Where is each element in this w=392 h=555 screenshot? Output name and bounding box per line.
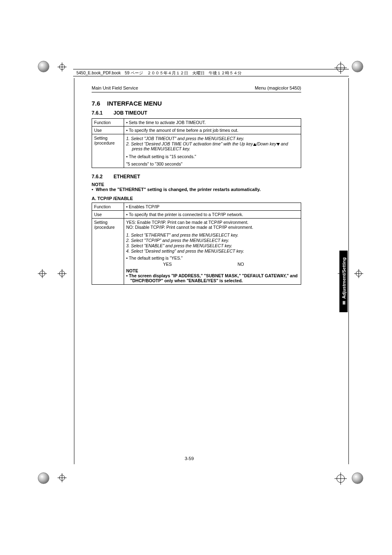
yes-description: YES: Enable TCP/IP. Print can be made at… [126, 220, 299, 225]
running-header: Main Unit Field Service Menu (magicolor … [92, 85, 301, 92]
subsection-1: 7.6.1 JOB TIMEOUT [92, 110, 304, 116]
section-heading: 7.6 INTERFACE MENU [92, 100, 304, 107]
option-no: NO [238, 262, 244, 267]
procedure-list: 1. Select "JOB TIMEOUT" and press the ME… [126, 136, 299, 151]
subsection-1-num: 7.6.1 [92, 110, 112, 116]
step-text: Select "JOB TIMEOUT" and press the MENU/… [131, 136, 244, 141]
list-item: 3. Select "ENABLE" and press the MENU/SE… [126, 243, 299, 248]
right-crop-rule [348, 78, 349, 464]
table-row-value: 1. Select "JOB TIMEOUT" and press the ME… [124, 134, 301, 168]
header-right: Menu (magicolor 5450) [255, 85, 301, 90]
side-tab: Ⅲ Adjustment/Setting [339, 251, 348, 312]
up-key-icon [253, 143, 256, 146]
step-text: Select "Desired JOB TIME OUT activation … [131, 141, 253, 146]
down-key-icon [277, 143, 280, 146]
subsection-a: A. TCP/IP /ENABLE [92, 196, 304, 201]
reg-ball-bl [38, 472, 49, 484]
list-item: 2. Select "TCP/IP" and press the MENU/SE… [126, 238, 299, 243]
reg-ball-br [352, 472, 363, 484]
table-row-value: To specify the amount of time before a p… [124, 127, 301, 134]
crop-header: 5450_E.book_PDF.book 59 ページ ２００５年４月１２日 火… [73, 69, 349, 76]
table-row-label: Use [92, 127, 124, 134]
step-text: Select "ENABLE" and press the MENU/SELEC… [131, 243, 233, 248]
table-row-label: Function [92, 119, 124, 127]
reg-cross-ml2 [58, 269, 67, 278]
list-item: 4. Select "Desired setting" and press th… [126, 249, 299, 253]
table-row-value: Enables TCP/IP [124, 203, 301, 211]
step-text: Select "ETHERNET" and press the MENU/SEL… [131, 233, 239, 237]
cell-text: Enables TCP/IP [126, 204, 299, 209]
subsection-2-title: ETHERNET [113, 174, 140, 180]
subsection-1-title: JOB TIMEOUT [113, 110, 147, 116]
option-row: YES NO [126, 262, 299, 267]
cell-text: To specify the amount of time before a p… [126, 128, 299, 133]
reg-ball-tr [352, 61, 363, 72]
note-body: • When the "ETHERNET" setting is changed… [92, 187, 304, 192]
inner-note-body: The screen displays "IP ADDRESS," "SUBNE… [126, 273, 299, 283]
note-label: NOTE [92, 182, 304, 187]
section-number: 7.6 [92, 100, 100, 107]
subsection-2: 7.6.2 ETHERNET [92, 174, 304, 180]
tcpip-enable-table: Function Enables TCP/IP Use To specify t… [92, 203, 301, 285]
table-row-value: Sets the time to activate JOB TIMEOUT. [124, 119, 301, 127]
job-timeout-table: Function Sets the time to activate JOB T… [92, 118, 301, 168]
reg-cross-bl [58, 473, 67, 482]
header-left: Main Unit Field Service [92, 85, 138, 90]
table-row-label: Setting /procedure [92, 219, 124, 285]
table-row-label: Use [92, 211, 124, 219]
reg-cross-ml [38, 269, 47, 278]
list-item: 2. Select "Desired JOB TIME OUT activati… [126, 141, 299, 151]
page-content: Main Unit Field Service Menu (magicolor … [74, 78, 304, 464]
option-yes: YES [163, 262, 172, 267]
reg-cross-mr2 [354, 269, 363, 278]
list-item: 1. Select "JOB TIMEOUT" and press the ME… [126, 136, 299, 141]
procedure-list: 1. Select "ETHERNET" and press the MENU/… [126, 233, 299, 253]
table-row-value: To specify that the printer is connected… [124, 211, 301, 219]
step-text: Select "TCP/IP" and press the MENU/SELEC… [131, 238, 229, 243]
setting-range: "5 seconds" to "300 seconds" [126, 161, 299, 166]
step-text: /Down key [256, 141, 277, 146]
section-title: INTERFACE MENU [107, 100, 162, 107]
table-row-label: Function [92, 203, 124, 211]
no-description: NO: Disable TCP/IP. Print cannot be made… [126, 225, 299, 230]
page-number: 3-59 [184, 456, 194, 461]
default-setting: The default setting is "15 seconds." [126, 154, 299, 159]
list-item: 1. Select "ETHERNET" and press the MENU/… [126, 233, 299, 237]
note-text: When the "ETHERNET" setting is changed, … [96, 187, 261, 192]
reg-cross-br [334, 472, 347, 485]
table-row-label: Setting /procedure [92, 134, 124, 168]
table-row-value: YES: Enable TCP/IP. Print can be made at… [124, 219, 301, 285]
default-setting: The default setting is "YES." [126, 256, 299, 260]
cell-text: Sets the time to activate JOB TIMEOUT. [126, 120, 299, 125]
subsection-2-num: 7.6.2 [92, 174, 112, 180]
reg-ball-tl [38, 61, 49, 72]
reg-cross-tl [58, 62, 67, 71]
inner-note-label: NOTE [126, 268, 299, 273]
step-text: Select "Desired setting" and press the M… [131, 249, 244, 253]
cell-text: To specify that the printer is connected… [126, 212, 299, 217]
